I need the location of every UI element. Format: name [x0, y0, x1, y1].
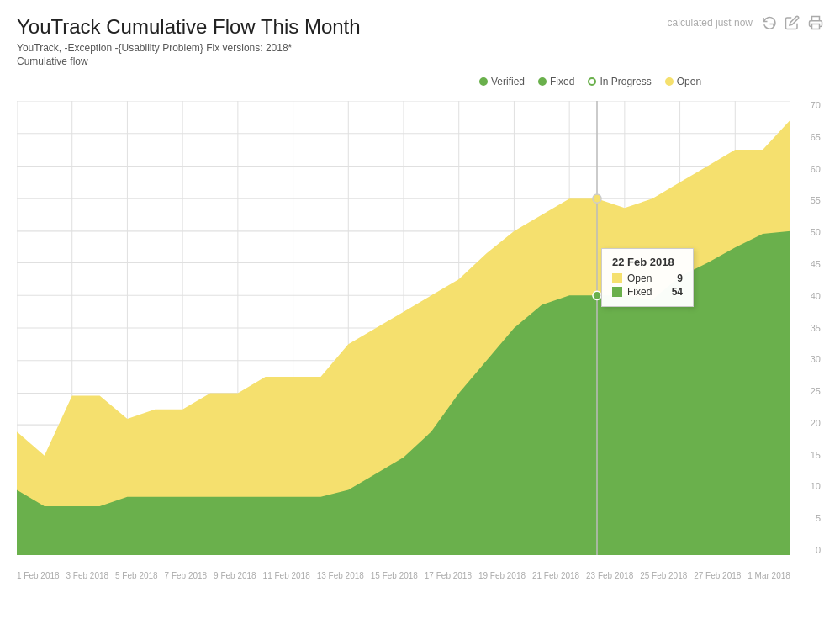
y-label-55: 55	[790, 196, 824, 205]
open-label: Open	[677, 76, 701, 87]
subtitle: YouTrack, -Exception -{Usability Problem…	[17, 42, 823, 54]
legend-verified: Verified	[479, 76, 525, 87]
y-label-60: 60	[790, 165, 824, 174]
x-label-1: 1 Feb 2018	[17, 571, 60, 580]
inprogress-label: In Progress	[600, 76, 651, 87]
edit-icon[interactable]	[785, 15, 800, 30]
verified-label: Verified	[491, 76, 525, 87]
x-label-15: 1 Mar 2018	[748, 571, 790, 580]
y-label-50: 50	[790, 228, 824, 237]
fixed-label: Fixed	[550, 76, 574, 87]
calculated-label: calculated just now	[668, 17, 753, 29]
legend-open: Open	[665, 76, 701, 87]
legend-inprogress: In Progress	[588, 76, 651, 87]
legend: Verified Fixed In Progress Open	[479, 76, 701, 87]
y-label-20: 20	[790, 419, 824, 428]
inprogress-dot	[588, 77, 596, 86]
chart-container: Verified Fixed In Progress Open	[17, 76, 824, 580]
svg-rect-0	[812, 24, 820, 29]
legend-fixed: Fixed	[538, 76, 574, 87]
y-label-10: 10	[790, 482, 824, 491]
y-label-40: 40	[790, 292, 824, 301]
x-label-10: 19 Feb 2018	[478, 571, 526, 580]
x-label-6: 11 Feb 2018	[263, 571, 310, 580]
x-label-11: 21 Feb 2018	[532, 571, 579, 580]
y-axis: 0 5 10 15 20 25 30 35 40 45 50 55 60 65 …	[790, 101, 824, 555]
x-label-5: 9 Feb 2018	[214, 571, 256, 580]
verified-dot	[479, 77, 488, 86]
y-label-30: 30	[790, 355, 824, 364]
x-label-7: 13 Feb 2018	[317, 571, 364, 580]
x-label-14: 27 Feb 2018	[694, 571, 741, 580]
x-axis: 1 Feb 2018 3 Feb 2018 5 Feb 2018 7 Feb 2…	[17, 571, 790, 580]
open-dot	[665, 77, 674, 86]
y-label-70: 70	[790, 101, 824, 110]
y-label-35: 35	[790, 324, 824, 333]
toolbar: calculated just now	[668, 15, 823, 30]
y-label-25: 25	[790, 387, 824, 396]
y-label-65: 65	[790, 133, 824, 142]
x-label-8: 15 Feb 2018	[371, 571, 418, 580]
x-label-12: 23 Feb 2018	[586, 571, 633, 580]
svg-point-34	[593, 291, 601, 299]
svg-point-33	[593, 194, 601, 203]
x-label-9: 17 Feb 2018	[425, 571, 472, 580]
x-label-4: 7 Feb 2018	[165, 571, 208, 580]
subtitle2: Cumulative flow	[17, 56, 823, 67]
x-label-13: 25 Feb 2018	[640, 571, 687, 580]
y-label-0: 0	[790, 546, 824, 555]
x-label-2: 3 Feb 2018	[66, 571, 109, 580]
y-label-5: 5	[790, 514, 824, 523]
chart-svg-area: 22 Feb 2018 Open 9 Fixed 54	[17, 101, 790, 555]
fixed-dot	[538, 77, 547, 86]
chart-svg	[17, 101, 790, 555]
print-icon[interactable]	[808, 15, 823, 30]
y-label-15: 15	[790, 451, 824, 460]
y-label-45: 45	[790, 260, 824, 269]
refresh-icon[interactable]	[761, 15, 776, 30]
x-label-3: 5 Feb 2018	[115, 571, 158, 580]
